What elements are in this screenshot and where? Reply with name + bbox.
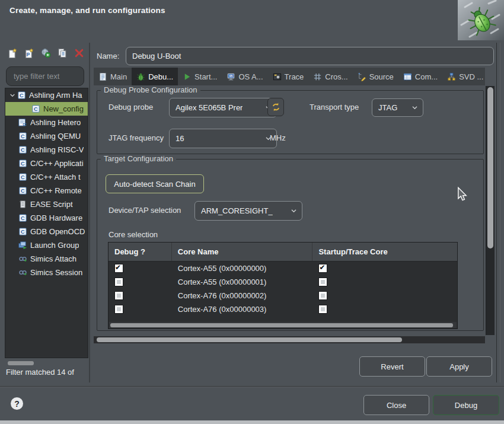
panel-border — [496, 43, 497, 382]
delete-configuration-icon[interactable] — [74, 47, 84, 58]
new-configuration-icon[interactable] — [7, 47, 18, 58]
configurations-toolbar — [7, 47, 84, 58]
auto-detect-scan-chain-button[interactable]: Auto-detect Scan Chain — [106, 174, 204, 193]
configurations-tree: Ashling Arm Ha New_config Ashling Hetero… — [5, 88, 88, 358]
tab-cross-trigger[interactable]: Cros... — [308, 68, 352, 85]
filter-input[interactable] — [6, 66, 84, 86]
apply-button[interactable]: Apply — [426, 356, 492, 377]
table-row[interactable]: Cortex-A55 (0x00000001) — [109, 275, 457, 289]
sidebar-item-simics-session[interactable]: Simics Session — [5, 266, 88, 279]
revert-button[interactable]: Revert — [359, 356, 425, 377]
group-title: Debug Probe Configuration — [101, 85, 200, 94]
debug-checkbox[interactable] — [114, 305, 123, 314]
tab-common[interactable]: Com... — [398, 68, 442, 85]
c-config-icon — [18, 186, 28, 196]
os-monitor-icon — [227, 72, 235, 81]
mouse-cursor — [457, 187, 467, 202]
mhz-unit-label: MHz — [270, 133, 286, 142]
sidebar-item-ashling-riscv[interactable]: Ashling RISC-V — [5, 143, 88, 157]
sidebar-item-gdb-hardware[interactable]: GDB Hardware — [5, 211, 88, 225]
core-name: Cortex-A55 (0x00000001) — [172, 278, 267, 286]
tab-trace[interactable]: Trace — [268, 68, 309, 85]
c-config-icon — [17, 91, 27, 100]
document-icon — [98, 72, 107, 81]
table-scrollbar-thumb[interactable] — [110, 323, 453, 327]
debug-probe-label: Debug probe — [109, 103, 153, 111]
help-button[interactable]: ? — [11, 397, 23, 410]
sidebar-item-cpp-attach[interactable]: C/C++ Attach t — [5, 170, 88, 184]
svd-hierarchy-icon — [447, 72, 456, 81]
sidebar-item-ashling-qemu[interactable]: Ashling QEMU — [5, 129, 88, 143]
startup-trace-checkbox[interactable] — [318, 305, 327, 314]
debug-checkbox[interactable] — [114, 278, 123, 286]
content-vertical-scrollbar-thumb[interactable] — [487, 87, 493, 248]
sidebar-item-new-config[interactable]: New_config — [5, 102, 88, 116]
c-config-icon — [18, 173, 28, 182]
core-selection-table: Debug ? Core Name Startup/Trace Core Cor… — [108, 242, 458, 329]
sidebar-item-launch-group[interactable]: Launch Group — [5, 238, 88, 252]
column-header-debug[interactable]: Debug ? — [109, 243, 172, 261]
duplicate-configuration-icon[interactable] — [57, 47, 68, 58]
filter-status-text: Filter matched 14 of — [6, 368, 74, 377]
table-row[interactable]: Cortex-A76 (0x00000003) — [109, 302, 457, 316]
tab-debugger[interactable]: Debu... — [132, 68, 178, 85]
table-row[interactable]: Cortex-A55 (0x00000000) — [109, 262, 457, 275]
play-icon — [183, 72, 192, 81]
refresh-probes-button[interactable] — [267, 98, 284, 116]
jtag-frequency-combo[interactable]: 16 — [169, 129, 277, 148]
tab-startup[interactable]: Start... — [178, 68, 222, 85]
c-config-icon — [18, 145, 28, 155]
content-horizontal-scrollbar-thumb[interactable] — [97, 337, 402, 342]
new-prototype-icon[interactable] — [24, 47, 34, 58]
core-name: Cortex-A76 (0x00000002) — [172, 291, 267, 300]
core-name: Cortex-A76 (0x00000003) — [172, 305, 267, 314]
tab-svd[interactable]: SVD ... — [442, 68, 485, 85]
core-name: Cortex-A55 (0x00000000) — [172, 264, 267, 273]
core-selection-label: Core selection — [109, 230, 158, 239]
source-lookup-icon — [358, 72, 366, 81]
jtag-frequency-label: JTAG frequency — [109, 133, 164, 142]
tree-horizontal-scrollbar[interactable] — [8, 361, 34, 365]
debug-probe-configuration-group: Debug Probe Configuration — [97, 90, 484, 154]
launch-group-icon — [18, 241, 28, 250]
panel-divider[interactable] — [89, 43, 90, 382]
export-configurations-icon[interactable] — [40, 47, 51, 58]
device-tap-combo[interactable]: ARM_CORESIGHT_ — [194, 201, 302, 221]
sidebar-item-ashling-hetero[interactable]: Ashling Hetero — [5, 116, 88, 129]
debug-button[interactable]: Debug — [433, 395, 499, 415]
column-header-core-name[interactable]: Core Name — [172, 243, 313, 261]
debug-bug-banner-image — [458, 0, 504, 40]
cc-config-icon — [18, 118, 28, 127]
column-header-startup-trace[interactable]: Startup/Trace Core — [312, 243, 457, 261]
startup-trace-checkbox[interactable] — [318, 278, 327, 286]
transport-type-label: Transport type — [310, 103, 359, 111]
chevron-down-icon — [291, 209, 297, 213]
name-input[interactable] — [126, 47, 494, 65]
tab-os-awareness[interactable]: OS A... — [222, 68, 267, 85]
c-config-icon — [18, 132, 28, 141]
sidebar-item-ease-script[interactable]: EASE Script — [5, 197, 88, 211]
table-horizontal-scrollbar[interactable] — [109, 322, 457, 328]
sidebar-item-gdb-openocd[interactable]: GDB OpenOCD — [5, 225, 88, 238]
table-row[interactable]: Cortex-A76 (0x00000002) — [109, 289, 457, 302]
transport-type-combo[interactable]: JTAG — [372, 98, 423, 117]
tab-main[interactable]: Main — [94, 68, 132, 85]
debug-probe-combo[interactable]: Agilex 5E065B Prer — [169, 98, 277, 117]
question-mark-icon: ? — [14, 399, 20, 409]
sidebar-item-simics-attach[interactable]: Simics Attach — [5, 252, 88, 266]
sidebar-item-cpp-application[interactable]: C/C++ Applicati — [5, 157, 88, 170]
debug-checkbox[interactable] — [114, 291, 123, 300]
c-config-icon — [18, 213, 28, 223]
sidebar-item-ashling-arm[interactable]: Ashling Arm Ha — [5, 88, 88, 102]
script-icon — [18, 200, 28, 209]
trace-magnifier-icon — [273, 72, 282, 81]
startup-trace-checkbox[interactable] — [318, 291, 327, 300]
sidebar-item-cpp-remote[interactable]: C/C++ Remote — [5, 184, 88, 197]
chevron-down-icon[interactable] — [8, 93, 17, 98]
c-config-icon — [31, 104, 41, 114]
startup-trace-checkbox[interactable] — [318, 264, 327, 273]
close-button[interactable]: Close — [363, 395, 429, 415]
tab-source[interactable]: Source — [353, 68, 398, 85]
debug-checkbox[interactable] — [114, 264, 123, 273]
dialog-title: Create, manage, and run configurations — [9, 6, 165, 15]
